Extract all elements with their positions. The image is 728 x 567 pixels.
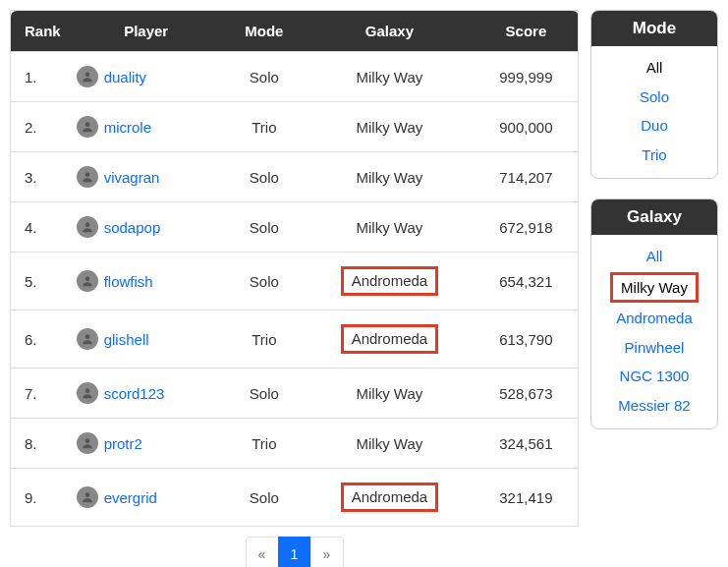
galaxy-filter-item[interactable]: Andromeda xyxy=(610,305,699,332)
cell-galaxy: Milky Way xyxy=(305,152,475,202)
mode-filter-item[interactable]: Duo xyxy=(635,112,674,140)
table-row: 4.sodapopSoloMilky Way672,918 xyxy=(11,202,579,253)
cell-score: 654,321 xyxy=(475,253,579,311)
cell-player: scord123 xyxy=(69,369,224,419)
svg-point-7 xyxy=(84,438,89,443)
avatar-icon xyxy=(77,116,98,138)
leaderboard-table: Rank Player Mode Galaxy Score 1.dualityS… xyxy=(10,10,579,527)
cell-mode: Trio xyxy=(224,102,305,152)
mode-filter-item[interactable]: Trio xyxy=(636,142,672,169)
player-link[interactable]: scord123 xyxy=(104,385,165,402)
table-row: 1.dualitySoloMilky Way999,999 xyxy=(11,52,579,102)
cell-rank: 6. xyxy=(11,311,69,369)
cell-mode: Solo xyxy=(224,202,305,253)
galaxy-filter-item[interactable]: Messier 82 xyxy=(612,392,696,420)
cell-player: flowfish xyxy=(69,253,224,311)
avatar-icon xyxy=(77,382,98,404)
page-prev-button[interactable]: « xyxy=(246,537,279,567)
mode-filter-title: Mode xyxy=(591,11,717,46)
col-rank: Rank xyxy=(11,11,69,52)
cell-player: microle xyxy=(69,102,224,152)
svg-point-1 xyxy=(84,122,89,127)
cell-rank: 1. xyxy=(11,52,69,102)
galaxy-filter-panel: Galaxy AllMilky WayAndromedaPinwheelNGC … xyxy=(590,198,718,429)
svg-point-0 xyxy=(84,72,89,77)
page-next-button[interactable]: » xyxy=(310,537,344,567)
player-link[interactable]: protr2 xyxy=(104,435,142,452)
avatar-icon xyxy=(77,166,98,188)
player-link[interactable]: vivagran xyxy=(104,169,160,186)
cell-rank: 2. xyxy=(11,102,69,152)
cell-galaxy: Milky Way xyxy=(305,369,475,419)
avatar-icon xyxy=(77,66,98,87)
cell-player: duality xyxy=(69,52,224,102)
mode-filter-item[interactable]: Solo xyxy=(634,84,675,111)
galaxy-highlight: Andromeda xyxy=(341,482,439,512)
col-mode: Mode xyxy=(224,11,305,52)
svg-point-6 xyxy=(84,388,89,393)
galaxy-filter-title: Galaxy xyxy=(591,199,717,235)
cell-rank: 7. xyxy=(11,369,69,419)
cell-score: 613,790 xyxy=(475,311,579,369)
cell-galaxy: Andromeda xyxy=(305,253,475,311)
cell-rank: 9. xyxy=(11,469,69,527)
pagination: « 1 » xyxy=(10,537,579,567)
table-row: 6.glishellTrioAndromeda613,790 xyxy=(11,311,579,369)
table-row: 5.flowfishSoloAndromeda654,321 xyxy=(11,253,579,311)
cell-galaxy: Milky Way xyxy=(305,102,475,152)
avatar-icon xyxy=(77,432,98,454)
player-link[interactable]: glishell xyxy=(104,331,149,348)
player-link[interactable]: flowfish xyxy=(104,273,153,290)
cell-score: 672,918 xyxy=(475,202,579,253)
cell-mode: Solo xyxy=(224,369,305,419)
svg-point-4 xyxy=(84,276,89,281)
galaxy-highlight: Andromeda xyxy=(341,266,439,296)
player-link[interactable]: sodapop xyxy=(104,219,161,236)
cell-mode: Solo xyxy=(224,52,305,102)
cell-player: vivagran xyxy=(69,152,224,202)
galaxy-filter-item[interactable]: Milky Way xyxy=(610,272,699,304)
cell-score: 324,561 xyxy=(475,419,579,469)
cell-player: glishell xyxy=(69,311,224,369)
galaxy-highlight: Andromeda xyxy=(341,324,439,354)
cell-score: 714,207 xyxy=(475,152,579,202)
cell-rank: 3. xyxy=(11,152,69,202)
cell-galaxy: Milky Way xyxy=(305,52,475,102)
col-score: Score xyxy=(475,11,579,52)
table-row: 2.microleTrioMilky Way900,000 xyxy=(11,102,579,152)
cell-player: sodapop xyxy=(69,202,224,253)
page-button[interactable]: 1 xyxy=(278,537,311,567)
cell-rank: 4. xyxy=(11,202,69,253)
cell-rank: 5. xyxy=(11,253,69,311)
cell-mode: Solo xyxy=(224,469,305,527)
galaxy-filter-item[interactable]: All xyxy=(641,243,669,270)
cell-rank: 8. xyxy=(11,419,69,469)
avatar-icon xyxy=(77,328,98,350)
cell-score: 999,999 xyxy=(475,52,579,102)
cell-galaxy: Milky Way xyxy=(305,419,475,469)
mode-filter-item[interactable]: All xyxy=(641,54,669,82)
cell-player: evergrid xyxy=(69,469,224,527)
galaxy-filter-item[interactable]: Pinwheel xyxy=(619,334,691,362)
cell-galaxy: Milky Way xyxy=(305,202,475,253)
avatar-icon xyxy=(77,270,98,292)
svg-point-2 xyxy=(84,172,89,177)
cell-score: 321,419 xyxy=(475,469,579,527)
svg-point-5 xyxy=(84,334,89,339)
player-link[interactable]: microle xyxy=(104,119,151,136)
svg-point-3 xyxy=(84,222,89,227)
player-link[interactable]: evergrid xyxy=(104,489,157,506)
table-row: 3.vivagranSoloMilky Way714,207 xyxy=(11,152,579,202)
cell-mode: Trio xyxy=(224,419,305,469)
table-row: 8.protr2TrioMilky Way324,561 xyxy=(11,419,579,469)
galaxy-filter-item[interactable]: NGC 1300 xyxy=(614,363,696,390)
col-galaxy: Galaxy xyxy=(305,11,475,52)
avatar-icon xyxy=(77,216,98,238)
svg-point-8 xyxy=(84,492,89,497)
cell-score: 528,673 xyxy=(475,369,579,419)
cell-mode: Trio xyxy=(224,311,305,369)
player-link[interactable]: duality xyxy=(104,69,146,85)
col-player: Player xyxy=(69,11,224,52)
avatar-icon xyxy=(77,486,98,508)
table-row: 9.evergridSoloAndromeda321,419 xyxy=(11,469,579,527)
